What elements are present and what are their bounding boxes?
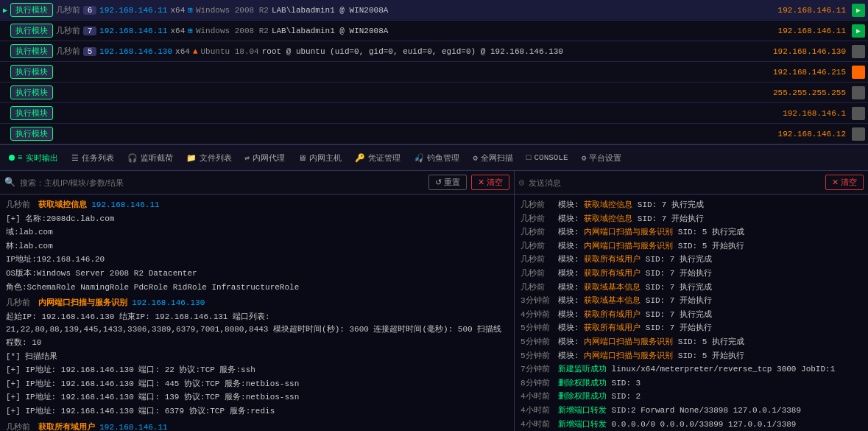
term-line: [+] IP地址: 192.168.146.130 端口: 6379 协议:TC… [6, 405, 508, 418]
term-line: 几秒前 内网端口扫描与服务识别 192.168.146.130 [6, 297, 508, 310]
log-text: 模块: 获取所有域用户 SID: 7 开始执行 [558, 267, 862, 281]
terminal-output: 几秒前 获取域控信息 192.168.146.11 [+] 名称:2008dc.… [0, 195, 514, 431]
arch-badge: x64 [170, 6, 185, 15]
log-time: 几秒前 [521, 281, 554, 295]
session-row[interactable]: ▶ 执行模块 192.168.146.1 [0, 103, 868, 124]
message-bar: ◎ ✕ 清空 [515, 171, 868, 195]
status-indicator: ▶ [852, 24, 865, 38]
nav-item-credentials[interactable]: 🔑 凭证管理 [349, 150, 406, 167]
term-line: OS版本:Windows Server 2008 R2 Datacenter [6, 267, 508, 281]
term-content: [+] IP地址: 192.168.146.130 端口: 445 协议:TCP… [6, 379, 299, 388]
nav-item-console[interactable]: □ CONSOLE [521, 150, 574, 165]
nav-label-monitor: 监听截荷 [141, 153, 173, 164]
term-line: [+] IP地址: 192.168.146.130 端口: 445 协议:TCP… [6, 378, 508, 391]
ip-right: 192.168.146.130 [758, 47, 846, 56]
right-clear-button[interactable]: ✕ 清空 [825, 175, 864, 190]
nav-label-tasklist: 任务列表 [82, 153, 114, 164]
log-time: 几秒前 [521, 213, 554, 226]
nav-icon-phishing: 🎣 [414, 153, 424, 163]
term-line: [+] IP地址: 192.168.146.130 端口: 22 协议:TCP … [6, 364, 508, 377]
term-content: [*] 扫描结果 [6, 352, 57, 361]
nav-item-tasklist[interactable]: ☰ 任务列表 [66, 150, 120, 167]
log-time: 5分钟前 [521, 322, 554, 335]
execute-module-button[interactable]: 执行模块 [10, 127, 53, 141]
time-badge: 几秒前 [56, 25, 80, 36]
log-time: 4分钟前 [521, 309, 554, 322]
reset-button[interactable]: ↺ 重置 [428, 175, 467, 190]
term-content: OS版本:Windows Server 2008 R2 Datacenter [6, 269, 197, 278]
execute-module-button[interactable]: 执行模块 [10, 44, 53, 58]
nav-item-realtime[interactable]: ≡ 实时输出 [3, 150, 64, 167]
status-indicator [852, 66, 865, 79]
log-text: 删除权限成功 SID: 3 [558, 377, 862, 390]
nav-item-hosts[interactable]: 🖥 内网主机 [292, 150, 347, 167]
nav-label-credentials: 凭证管理 [368, 153, 401, 164]
log-line: 7分钟前 新建监听成功 linux/x64/meterpreter/revers… [521, 363, 862, 376]
arch-badge: x64 [170, 27, 185, 35]
session-row[interactable]: ▶ 执行模块 192.168.146.12 [0, 124, 868, 144]
log-line: 几秒前 模块: 内网端口扫描与服务识别 SID: 5 开始执行 [521, 240, 862, 253]
nav-item-intranet[interactable]: ⇌ 内网代理 [239, 150, 292, 167]
status-indicator: ▶ [852, 4, 865, 17]
session-list: ▶ 执行模块 几秒前 6 192.168.146.11 x64 ⊞ Window… [0, 0, 868, 144]
session-ip: 192.168.146.130 [99, 47, 172, 56]
term-content: [+] IP地址: 192.168.146.130 端口: 6379 协议:TC… [6, 407, 275, 416]
session-row[interactable]: ▶ 执行模块 255.255.255.255 [0, 83, 868, 103]
execute-module-button[interactable]: 执行模块 [10, 106, 53, 120]
execute-module-button[interactable]: 执行模块 [10, 85, 53, 99]
term-time: 几秒前 [6, 298, 30, 307]
session-user-info: root @ ubuntu (uid=0, gid=0, euid=0, egi… [262, 47, 755, 56]
log-time: 8分钟前 [521, 377, 554, 390]
log-text: 模块: 获取所有域用户 SID: 7 执行完成 [558, 253, 862, 267]
term-title: 获取所有域用户 [38, 423, 95, 432]
nav-item-settings[interactable]: ⚙ 平台设置 [576, 150, 628, 167]
nav-item-fullscan[interactable]: ⚙ 全网扫描 [467, 150, 519, 167]
log-text: 删除权限成功 SID: 2 [558, 390, 862, 404]
ip-right: 192.168.146.215 [758, 68, 846, 77]
log-line: 几秒前 模块: 获取域控信息 SID: 7 执行完成 [521, 199, 862, 212]
ip-right: 192.168.146.1 [758, 109, 846, 118]
log-line: 4分钟前 模块: 获取所有域用户 SID: 7 执行完成 [521, 309, 862, 322]
navbar: ≡ 实时输出 ☰ 任务列表 🎧 监听截荷 📁 文件列表 ⇌ 内网代理 🖥 内网主… [0, 144, 868, 171]
execute-module-button[interactable]: 执行模块 [10, 24, 53, 38]
term-line: 林:lab.com [6, 240, 508, 253]
nav-item-phishing[interactable]: 🎣 钓鱼管理 [408, 150, 465, 167]
log-text: 模块: 内网端口扫描与服务识别 SID: 5 开始执行 [558, 350, 862, 363]
os-icon-windows: ⊞ [188, 5, 193, 15]
session-user-info: LAB\labadmin1 @ WIN2008A [272, 6, 755, 15]
search-input[interactable] [20, 178, 424, 187]
log-time: 5分钟前 [521, 336, 554, 349]
execute-module-button[interactable]: 执行模块 [10, 65, 53, 79]
session-row[interactable]: ▶ 执行模块 几秒前 5 192.168.146.130 x64 ▲ Ubunt… [0, 41, 868, 62]
os-name: Windows 2008 R2 [196, 6, 269, 15]
arch-badge: x64 [175, 47, 190, 56]
log-text: 模块: 获取域控信息 SID: 7 执行完成 [558, 199, 862, 212]
search-bar: 🔍 ↺ 重置 ✕ 清空 [0, 171, 514, 195]
term-content: [+] IP地址: 192.168.146.130 端口: 139 协议:TCP… [6, 393, 299, 402]
session-row[interactable]: ▶ 执行模块 几秒前 7 192.168.146.11 x64 ⊞ Window… [0, 21, 868, 41]
nav-label-fullscan: 全网扫描 [481, 153, 513, 164]
session-ip: 192.168.146.11 [99, 27, 167, 35]
os-icon-windows: ⊞ [188, 26, 193, 35]
nav-icon-intranet: ⇌ [245, 153, 250, 163]
nav-label-intranet: 内网代理 [253, 153, 285, 164]
nav-item-filelist[interactable]: 📁 文件列表 [180, 150, 238, 167]
clear-button[interactable]: ✕ 清空 [471, 175, 509, 190]
log-time: 几秒前 [521, 253, 554, 267]
right-panel: ◎ ✕ 清空 几秒前 模块: 获取域控信息 SID: 7 执行完成 几秒前 模块… [515, 171, 868, 431]
term-line: IP地址:192.168.146.20 [6, 253, 508, 267]
time-badge: 几秒前 [56, 4, 80, 15]
term-content: IP地址:192.168.146.20 [6, 255, 105, 264]
session-row[interactable]: ▶ 执行模块 192.168.146.215 [0, 62, 868, 83]
log-line: 几秒前 模块: 获取域控信息 SID: 7 开始执行 [521, 213, 862, 226]
nav-icon-console: □ [526, 153, 532, 162]
message-input[interactable] [529, 178, 821, 187]
session-user-info: LAB\labadmin1 @ WIN2008A [272, 27, 755, 35]
nav-icon-hosts: 🖥 [298, 153, 306, 163]
log-text: 模块: 获取所有域用户 SID: 7 开始执行 [558, 322, 862, 335]
log-line: 5分钟前 模块: 获取所有域用户 SID: 7 开始执行 [521, 322, 862, 335]
nav-item-monitor[interactable]: 🎧 监听截荷 [121, 150, 179, 167]
log-line: 4小时前 新增端口转发 0.0.0.0/0 0.0.0.0/33899 127.… [521, 418, 862, 432]
execute-module-button[interactable]: 执行模块 [10, 3, 53, 17]
session-row[interactable]: ▶ 执行模块 几秒前 6 192.168.146.11 x64 ⊞ Window… [0, 0, 868, 21]
